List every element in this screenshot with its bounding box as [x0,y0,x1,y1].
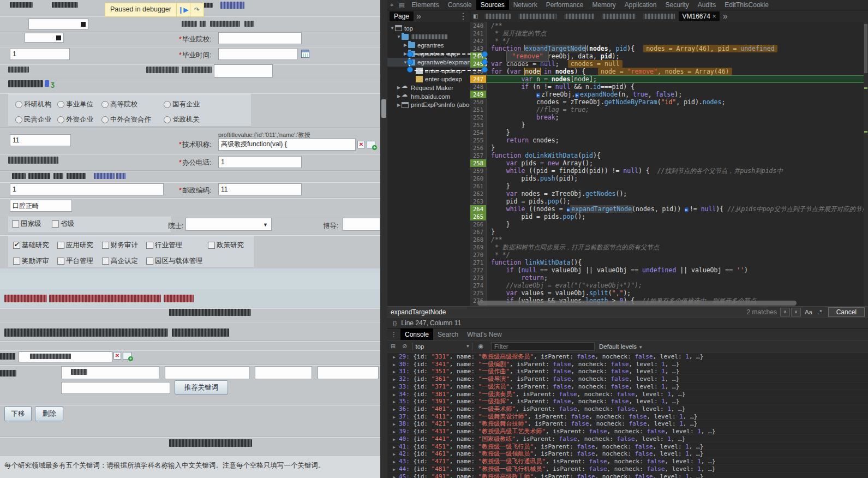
line-number[interactable]: 252 [470,113,487,121]
radio-icon[interactable] [15,101,22,108]
annotation-handle[interactable] [407,51,413,57]
redacted-file-tab[interactable] [602,14,636,19]
search-next-button[interactable]: ∨ [791,308,801,316]
console-row-32[interactable]: ▶32: {id: "361", name: "一级导演", isParent:… [387,375,868,383]
checkbox-icon[interactable] [146,242,153,249]
devtools-tab-elements[interactable]: Elements [408,0,444,10]
line-number[interactable]: 257 [470,152,487,159]
annotation-handle[interactable] [407,59,413,65]
console-row-44[interactable]: ▶44: {id: "481", name: "教授级一级飞行机械员", isP… [387,465,868,473]
grad-time-input[interactable] [218,48,297,60]
console-row-41[interactable]: ▶41: {id: "451", name: "教授级一级飞行员", isPar… [387,443,868,450]
console-row-40[interactable]: ▶40: {id: "441", name: "国家级教练", isParent… [387,435,868,443]
tree-picker-icon[interactable] [367,141,375,148]
devtools-tab-application[interactable]: Application [620,0,661,10]
redacted-file-tab[interactable] [518,14,556,19]
radio-民营企业[interactable]: 民营企业 [15,115,51,124]
execution-context-selector[interactable]: top▼ [415,343,470,350]
radio-icon[interactable] [164,116,171,123]
clear-selection-icon[interactable]: ✕ [113,352,121,360]
search-cancel-button[interactable]: Cancel [828,307,865,317]
code-line-258[interactable]: 258 var pids = new Array(); [470,159,868,167]
code-line-254[interactable]: 254 } [470,129,868,136]
expand-arrow-icon[interactable]: ▶ [393,445,399,450]
school-input[interactable] [218,32,302,44]
code-line-263[interactable]: 263 pid = pids.pop(); [470,198,868,205]
keyword-input-4[interactable] [318,366,379,379]
code-line-259[interactable]: 259 while ((pid = findpid(pid)) != null)… [470,167,868,175]
line-number[interactable]: 256 [470,144,487,152]
checkbox-icon[interactable] [102,242,109,249]
redacted-link[interactable] [116,173,126,179]
expand-arrow-icon[interactable]: ▶ [393,385,399,390]
checkbox-园区与载体管理[interactable]: 园区与载体管理 [146,256,203,266]
radio-icon[interactable] [15,116,22,123]
tree-item-enter-updexp[interactable]: enter-updexp [387,75,470,84]
navigator-tab-page[interactable]: Page [390,11,414,21]
keyword-input-3[interactable] [255,366,312,379]
checkbox-行业管理[interactable]: 行业管理 [146,241,182,250]
chevron-down-icon[interactable]: ▼ [396,34,402,39]
console-row-29[interactable]: ▶29: {id: "331", name: "教授级高级报务员", isPar… [387,352,868,360]
line-number[interactable]: 250 [470,98,487,106]
line-number[interactable]: 263 [470,198,487,205]
code-line-271[interactable]: 271function linkWithData(){ [470,259,868,266]
annotation-handle[interactable] [407,67,413,73]
code-line-268[interactable]: 268/** [470,236,868,243]
line-number[interactable]: 272 [470,266,487,274]
tabstrip-left-icon[interactable]: ◧ [470,13,481,19]
code-line-242[interactable]: 242 * */ [470,37,868,45]
redacted-link[interactable] [220,2,244,9]
line-number[interactable]: 268 [470,236,487,243]
code-line-249[interactable]: 249 ▶zTreeObj.▶expandNode(n, true, false… [470,91,868,98]
academician-select[interactable] [185,218,272,231]
eye-icon[interactable]: ◉ [478,343,483,350]
code-line-266[interactable]: 266 } [470,220,868,228]
console-row-33[interactable]: ▶33: {id: "371", name: "一级演员", isParent:… [387,383,868,390]
checkbox-政策研究[interactable]: 政策研究 [208,241,244,250]
breakpoint-gutter[interactable]: 264 [470,205,487,213]
devtools-tab-memory[interactable]: Memory [588,0,620,10]
checkbox-平台管理[interactable]: 平台管理 [57,256,93,266]
devtools-tab-audits[interactable]: Audits [693,0,720,10]
chevron-right-icon[interactable]: ▶ [396,103,402,107]
code-line-251[interactable]: 251 //flag = true; [470,106,868,113]
checkbox-icon[interactable] [13,258,20,265]
code-line-260[interactable]: 260 pids.push(pid); [470,175,868,182]
expand-arrow-icon[interactable]: ▶ [393,355,399,360]
code-line-246[interactable]: 246for (var node in nodes) { node = "rem… [470,68,868,75]
checkbox-省级[interactable]: 省级 [52,219,74,229]
checkbox-icon[interactable] [57,258,64,265]
annotation-handle[interactable] [482,51,488,57]
line-number[interactable]: 253 [470,121,487,129]
devtools-tab-editthiscookie[interactable]: EditThisCookie [720,0,773,10]
line-number[interactable]: 260 [470,175,487,182]
code-line-264[interactable]: 264 while ((nodes = ▶expandTargetNode(no… [470,205,868,213]
breakpoint-gutter[interactable]: 265 [470,213,487,220]
console-row-45[interactable]: ▶45: {id: "491", name: "教授级高级政工师", isPar… [387,473,868,478]
console-row-36[interactable]: ▶36: {id: "401", name: "一级美术师", isParent… [387,405,868,413]
navigator-more-icon[interactable]: » [416,11,421,21]
radio-icon[interactable] [101,101,109,108]
attachment-icon[interactable] [45,80,49,87]
expand-arrow-icon[interactable]: ▶ [393,437,399,442]
expand-arrow-icon[interactable]: ▶ [393,475,399,478]
line-number[interactable]: 270 [470,251,487,259]
line-number[interactable]: 254 [470,129,487,136]
console-sidebar-icon[interactable]: ⊞ [391,343,396,350]
drawer-tab-what-s-new[interactable]: What's New [463,328,506,340]
line-number[interactable]: 251 [470,106,487,113]
radio-icon[interactable] [164,101,171,108]
mentor-input[interactable] [343,218,380,231]
checkbox-奖励评审[interactable]: 奖励评审 [13,256,49,266]
line-number[interactable]: 242 [470,37,487,45]
scrollbar-thumb[interactable] [864,24,867,73]
tabstrip-overflow-icon[interactable]: » [723,11,728,21]
checkbox-高企认定[interactable]: 高企认定 [102,256,138,266]
expand-arrow-icon[interactable]: ▶ [393,407,399,412]
code-line-275[interactable]: 275 var values = valueObj.split(","); [470,289,868,297]
redacted-link[interactable] [94,173,115,179]
expand-arrow-icon[interactable]: ▶ [393,422,399,427]
search-prev-button[interactable]: ∧ [780,308,790,316]
radio-高等院校[interactable]: 高等院校 [101,100,137,109]
